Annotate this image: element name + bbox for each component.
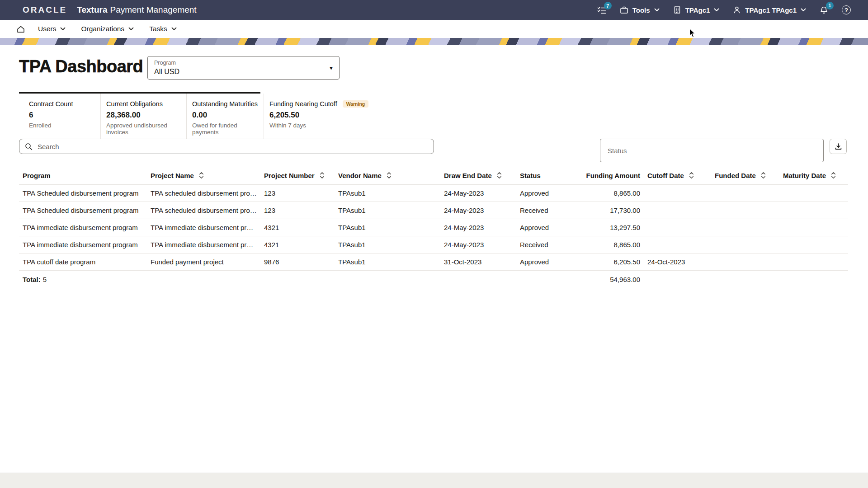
nav-item-label: Tasks [149, 25, 167, 33]
cell-cutoff-date: 24-Oct-2023 [644, 258, 711, 266]
column-label: Maturity Date [783, 172, 826, 179]
program-select[interactable]: Program All USD ▾ [147, 56, 340, 80]
home-button[interactable] [16, 25, 25, 33]
cell-status: Received [516, 241, 583, 249]
stat-label: Funding Nearing Cutoff [269, 100, 337, 108]
table-row: TPA immediate disbursement programTPA im… [19, 236, 848, 253]
tools-label: Tools [632, 6, 650, 14]
column-header-program: Program [19, 172, 147, 179]
column-label: Status [520, 172, 541, 179]
notifications-button[interactable]: 1 [820, 6, 828, 14]
cell-project-name: Funded payment project [147, 258, 260, 266]
tools-menu[interactable]: Tools [620, 6, 660, 14]
user-menu[interactable]: TPAgc1 TPAgc1 [733, 6, 806, 14]
oracle-logo: ORACLE [23, 5, 67, 15]
column-label: Funding Amount [586, 172, 640, 179]
stat-sublabel: Approved undisbursed invoices [106, 122, 186, 136]
table-header: ProgramProject NameProject NumberVendor … [19, 166, 848, 184]
cell-project-name: TPA immediate disbursement pro… [147, 224, 260, 231]
cell-vendor-name: TPAsub1 [335, 206, 440, 214]
tasklist-button[interactable]: 7 [597, 6, 606, 14]
home-icon [16, 25, 25, 33]
program-select-label: Program [154, 60, 321, 67]
cell-project-name: TPA immediate disbursement pro… [147, 241, 260, 249]
sort-icon [831, 172, 836, 179]
column-header-project-number[interactable]: Project Number [260, 172, 335, 179]
table-row: TPA cutoff date programFunded payment pr… [19, 253, 848, 270]
column-label: Project Number [264, 172, 315, 179]
table-row: TPA Scheduled disbursement programTPA sc… [19, 184, 848, 202]
column-header-draw-end-date[interactable]: Draw End Date [440, 172, 516, 179]
cell-funding-amount: 8,865.00 [583, 241, 644, 249]
cell-funding-amount: 8,865.00 [583, 189, 644, 197]
building-icon [673, 6, 681, 14]
organization-label: TPAgc1 [685, 6, 710, 14]
search-box[interactable] [19, 139, 434, 154]
column-header-vendor-name[interactable]: Vendor Name [335, 172, 440, 179]
organization-menu[interactable]: TPAgc1 [673, 6, 720, 14]
nav-item-label: Organizations [81, 25, 124, 33]
cell-program: TPA Scheduled disbursement program [19, 206, 147, 214]
topbar-actions: 7 Tools TPAgc1 TPAgc1 T [597, 5, 851, 14]
cell-draw-end-date: 24-May-2023 [440, 241, 516, 249]
cell-project-number: 4321 [260, 224, 335, 231]
stat-outstanding-maturities: Outstanding Maturities0.00Owed for funde… [186, 94, 264, 142]
total-label: Total: [23, 276, 41, 283]
main-nav: UsersOrganizationsTasks [0, 20, 868, 38]
cell-project-name: TPA scheduled disbursement proj… [147, 206, 260, 214]
cell-draw-end-date: 24-May-2023 [440, 189, 516, 197]
sort-icon [689, 172, 694, 179]
column-label: Program [23, 172, 51, 179]
nav-item-label: Users [38, 25, 56, 33]
cell-status: Received [516, 206, 583, 214]
nav-item-organizations[interactable]: Organizations [81, 25, 134, 33]
stat-sublabel: Within 7 days [269, 122, 399, 129]
help-button[interactable]: ? [842, 5, 851, 14]
tasklist-badge: 7 [604, 2, 612, 9]
cell-vendor-name: TPAsub1 [335, 189, 440, 197]
chevron-down-icon [60, 27, 66, 31]
cell-funding-amount: 6,205.50 [583, 258, 644, 266]
cell-project-number: 123 [260, 206, 335, 214]
app-header: ORACLE Textura Payment Management 7 Tool… [0, 0, 868, 20]
nav-item-users[interactable]: Users [38, 25, 66, 33]
status-input[interactable] [607, 146, 817, 155]
cell-project-number: 123 [260, 189, 335, 197]
table-body: TPA Scheduled disbursement programTPA sc… [19, 184, 848, 270]
help-icon: ? [842, 5, 851, 14]
column-header-funding-amount: Funding Amount [583, 172, 644, 179]
column-header-funded-date[interactable]: Funded Date [711, 172, 779, 179]
sort-icon [199, 172, 204, 179]
page-title: TPA Dashboard [19, 57, 143, 76]
nav-items: UsersOrganizationsTasks [38, 25, 177, 33]
column-header-maturity-date[interactable]: Maturity Date [779, 172, 848, 179]
column-header-project-name[interactable]: Project Name [147, 172, 260, 179]
column-header-status: Status [516, 172, 583, 179]
cell-program: TPA immediate disbursement program [19, 241, 147, 249]
column-header-cutoff-date[interactable]: Cutoff Date [644, 172, 711, 179]
app-title-bold: Textura [77, 5, 107, 15]
cell-funding-amount: 13,297.50 [583, 224, 644, 231]
table-row: TPA immediate disbursement programTPA im… [19, 219, 848, 236]
stat-label: Contract Count [29, 100, 73, 108]
stat-label: Outstanding Maturities [192, 100, 258, 108]
status-filter[interactable] [600, 139, 824, 162]
export-button[interactable] [830, 139, 847, 154]
total-cell: Total:5 [19, 276, 147, 283]
nav-item-tasks[interactable]: Tasks [149, 25, 177, 33]
column-label: Project Name [151, 172, 194, 179]
person-icon [733, 6, 741, 14]
cell-status: Approved [516, 224, 583, 231]
notifications-badge: 1 [826, 2, 834, 9]
chevron-down-icon [128, 27, 134, 31]
table-total-row: Total:5 54,963.00 [19, 270, 848, 288]
chevron-down-icon [714, 8, 719, 12]
cell-vendor-name: TPAsub1 [335, 224, 440, 231]
cell-program: TPA cutoff date program [19, 258, 147, 266]
cell-draw-end-date: 24-May-2023 [440, 224, 516, 231]
stat-value: 0.00 [192, 111, 264, 120]
chevron-down-icon [801, 8, 806, 12]
sort-icon [497, 172, 502, 179]
search-input[interactable] [37, 142, 428, 151]
cell-vendor-name: TPAsub1 [335, 241, 440, 249]
